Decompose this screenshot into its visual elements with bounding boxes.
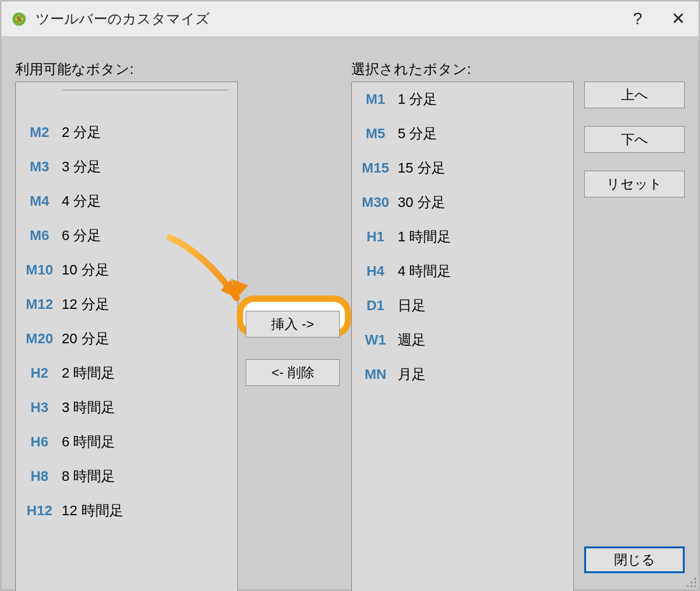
timeframe-label: 8 時間足 bbox=[58, 467, 115, 486]
timeframe-code: H3 bbox=[21, 399, 58, 416]
remove-button[interactable]: <- 削除 bbox=[246, 359, 340, 386]
timeframe-label: 20 分足 bbox=[58, 329, 109, 348]
timeframe-label: 月足 bbox=[394, 365, 426, 384]
selected-item[interactable]: H44 時間足 bbox=[352, 254, 573, 288]
timeframe-code: M6 bbox=[21, 227, 58, 244]
timeframe-code: M12 bbox=[21, 296, 58, 313]
help-button[interactable]: ? bbox=[617, 1, 658, 36]
timeframe-label: 6 時間足 bbox=[58, 432, 115, 452]
svg-text:S: S bbox=[17, 15, 21, 23]
timeframe-code: M3 bbox=[21, 159, 58, 175]
move-up-button[interactable]: 上へ bbox=[584, 82, 685, 108]
available-item[interactable]: H22 時間足 bbox=[16, 356, 237, 390]
timeframe-code: M4 bbox=[21, 193, 58, 210]
timeframe-code: W1 bbox=[357, 332, 394, 348]
close-x-button[interactable]: ✕ bbox=[658, 1, 699, 36]
timeframe-label: 30 分足 bbox=[394, 193, 445, 212]
timeframe-code: D1 bbox=[357, 297, 394, 314]
timeframe-label: 4 時間足 bbox=[394, 262, 451, 281]
timeframe-label: 2 分足 bbox=[58, 123, 101, 142]
available-item[interactable]: M1010 分足 bbox=[16, 253, 237, 287]
timeframe-label: 3 時間足 bbox=[58, 398, 115, 417]
timeframe-label: 週足 bbox=[394, 331, 426, 350]
timeframe-code: H6 bbox=[21, 434, 58, 450]
selected-item[interactable]: MN月足 bbox=[352, 357, 573, 392]
titlebar: S ツールバーのカスタマイズ ? ✕ bbox=[1, 1, 699, 37]
timeframe-code: H4 bbox=[357, 263, 394, 280]
available-item[interactable]: H66 時間足 bbox=[16, 425, 237, 459]
timeframe-code: H2 bbox=[21, 365, 58, 381]
available-item[interactable]: H88 時間足 bbox=[16, 459, 237, 494]
selected-item[interactable]: M11 分足 bbox=[352, 82, 573, 117]
available-item[interactable]: M2020 分足 bbox=[16, 322, 237, 356]
selected-item[interactable]: M55 分足 bbox=[352, 117, 573, 151]
selected-item[interactable]: H11 時間足 bbox=[352, 220, 573, 254]
available-item[interactable]: M44 分足 bbox=[16, 184, 237, 218]
move-down-button[interactable]: 下へ bbox=[584, 126, 685, 153]
selected-listbox[interactable]: M11 分足M55 分足M1515 分足M3030 分足H11 時間足H44 時… bbox=[351, 82, 574, 591]
available-item[interactable]: M33 分足 bbox=[16, 150, 237, 184]
close-button[interactable]: 閉じる bbox=[584, 546, 685, 573]
selected-item[interactable]: D1日足 bbox=[352, 288, 573, 323]
insert-button[interactable]: 挿入 -> bbox=[246, 311, 340, 338]
timeframe-label: 10 分足 bbox=[58, 260, 109, 280]
timeframe-code: M20 bbox=[21, 331, 58, 347]
timeframe-label: 15 分足 bbox=[394, 159, 445, 178]
timeframe-code: M5 bbox=[357, 125, 394, 142]
reset-button[interactable]: リセット bbox=[584, 171, 685, 197]
timeframe-label: 3 分足 bbox=[58, 157, 101, 176]
timeframe-label: 12 時間足 bbox=[58, 501, 123, 520]
available-label: 利用可能なボタン: bbox=[15, 60, 134, 79]
close-button-wrap: 閉じる bbox=[584, 546, 685, 573]
timeframe-label: 2 時間足 bbox=[58, 364, 115, 383]
selected-label: 選択されたボタン: bbox=[351, 60, 471, 79]
side-button-group: 上へ 下へ リセット bbox=[584, 82, 685, 211]
resize-grip[interactable] bbox=[685, 576, 696, 587]
dialog-content: 利用可能なボタン: 選択されたボタン: M22 分足M33 分足M44 分足M6… bbox=[1, 37, 699, 590]
app-icon: S bbox=[10, 10, 28, 28]
available-separator[interactable] bbox=[16, 90, 237, 115]
selected-item[interactable]: M3030 分足 bbox=[352, 185, 573, 220]
timeframe-label: 5 分足 bbox=[394, 124, 437, 143]
selected-item[interactable]: W1週足 bbox=[352, 323, 573, 357]
available-item[interactable]: M1212 分足 bbox=[16, 287, 237, 322]
dialog-window: S ツールバーのカスタマイズ ? ✕ 利用可能なボタン: 選択されたボタン: M… bbox=[1, 1, 699, 590]
timeframe-code: H12 bbox=[21, 502, 58, 519]
window-title: ツールバーのカスタマイズ bbox=[36, 10, 210, 29]
timeframe-code: M2 bbox=[21, 124, 58, 141]
available-listbox[interactable]: M22 分足M33 分足M44 分足M66 分足M1010 分足M1212 分足… bbox=[15, 82, 238, 591]
timeframe-label: 1 時間足 bbox=[394, 227, 451, 246]
timeframe-code: M1 bbox=[357, 91, 394, 108]
timeframe-label: 4 分足 bbox=[58, 192, 101, 211]
available-item[interactable]: M66 分足 bbox=[16, 218, 237, 253]
available-item[interactable]: M22 分足 bbox=[16, 115, 237, 150]
timeframe-code: M10 bbox=[21, 262, 58, 278]
timeframe-code: M15 bbox=[357, 160, 394, 176]
timeframe-label: 6 分足 bbox=[58, 226, 101, 245]
selected-item[interactable]: M1515 分足 bbox=[352, 151, 573, 185]
timeframe-label: 日足 bbox=[394, 296, 426, 315]
timeframe-code: MN bbox=[357, 366, 394, 383]
timeframe-label: 12 分足 bbox=[58, 295, 109, 314]
timeframe-code: H1 bbox=[357, 229, 394, 245]
timeframe-label: 1 分足 bbox=[394, 90, 437, 109]
timeframe-code: M30 bbox=[357, 194, 394, 211]
available-item[interactable]: H33 時間足 bbox=[16, 390, 237, 425]
middle-button-group: 挿入 -> <- 削除 bbox=[246, 311, 347, 386]
timeframe-code: H8 bbox=[21, 468, 58, 485]
available-item[interactable]: H1212 時間足 bbox=[16, 494, 237, 528]
